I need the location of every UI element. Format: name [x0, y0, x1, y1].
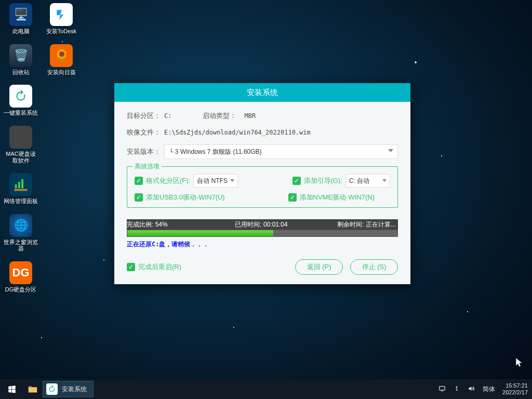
select-value: └ 3 Windows 7 旗舰版 (11.60GB) — [169, 148, 262, 156]
icon-label: DG硬盘分区 — [5, 286, 37, 293]
windows-icon — [7, 384, 17, 394]
clock-time: 15:57:21 — [502, 382, 528, 389]
desktop-icon-todesk[interactable]: 安装ToDesk — [44, 3, 79, 35]
sunflower-icon: 🌻 — [50, 44, 73, 67]
advanced-options-fieldset: 高级选项 ✓ 格式化分区(F): 自动 NTFS ✓ 添加引导(G): C: 自… — [127, 166, 398, 208]
target-partition-value: C: — [164, 112, 171, 119]
usb3-label: 添加USB3.0驱动-WIN7(U) — [146, 193, 225, 202]
stop-button[interactable]: 停止 (S) — [350, 259, 398, 275]
nvme-label: 添加NVME驱动-WIN7(N) — [300, 193, 375, 202]
icon-label: 此电脑 — [12, 28, 30, 35]
image-file-label: 映像文件： — [127, 128, 164, 137]
desktop-icons: 🖥️ 此电脑 安装ToDesk 🗑️ 回收站 🌻 安装向日葵 一键重装系统 MA… — [3, 3, 79, 302]
boot-add-select[interactable]: C: 自动 — [345, 174, 390, 188]
install-version-select[interactable]: └ 3 Windows 7 旗舰版 (11.60GB) — [164, 144, 398, 159]
icon-label: MAC硬盘读取软件 — [3, 151, 38, 164]
window-title[interactable]: 安装系统 — [114, 83, 410, 102]
desktop-icon-browser[interactable]: 🌐 世界之窗浏览器 — [3, 214, 38, 252]
format-label: 格式化分区(F): — [146, 176, 190, 185]
icon-label: 安装ToDesk — [46, 28, 77, 35]
system-tray: 简体 15:57:21 2022/2/17 — [438, 382, 532, 395]
boot-type-value: MBR — [244, 112, 256, 119]
progress-metrics: 完成比例: 54% 已用时间: 00:01:04 剩余时间: 正在计算... — [127, 219, 398, 230]
trash-icon: 🗑️ — [9, 44, 32, 67]
reinstall-icon — [9, 85, 32, 108]
reinstall-icon — [46, 383, 58, 395]
progress-bar — [127, 230, 398, 237]
desktop-icon-diskgenius[interactable]: DG DG硬盘分区 — [3, 261, 38, 293]
installer-window: 安装系统 目标分区： C: 启动类型： MBR 映像文件： E:\SdsZjds… — [114, 83, 410, 284]
taskbar-app-title: 安装系统 — [62, 385, 87, 394]
diskgenius-icon: DG — [9, 261, 32, 284]
cursor-icon — [515, 357, 524, 369]
back-button[interactable]: 返回 (P) — [295, 259, 343, 275]
boot-checkbox[interactable]: ✓ — [292, 177, 301, 185]
svg-rect-2 — [21, 179, 23, 189]
icon-label: 一键重装系统 — [4, 110, 38, 116]
taskbar-explorer[interactable] — [24, 379, 42, 399]
svg-rect-4 — [440, 386, 445, 390]
svg-rect-0 — [15, 184, 17, 189]
network-panel-icon — [9, 173, 32, 196]
chevron-down-icon — [382, 179, 387, 182]
svg-rect-1 — [18, 182, 20, 189]
volume-icon[interactable] — [467, 385, 475, 394]
svg-rect-3 — [15, 189, 28, 191]
taskbar: 安装系统 简体 15:57:21 2022/2/17 — [0, 379, 532, 399]
reboot-label: 完成后重启(R) — [138, 262, 181, 272]
todesk-icon — [50, 3, 73, 26]
chevron-down-icon — [388, 149, 393, 152]
advanced-legend: 高级选项 — [132, 162, 162, 171]
usb3-checkbox[interactable]: ✓ — [135, 193, 143, 202]
taskbar-app-installer[interactable]: 安装系统 — [43, 381, 94, 397]
install-version-label: 安装版本： — [127, 147, 164, 156]
target-partition-label: 目标分区： — [127, 111, 164, 121]
ime-indicator[interactable]: 简体 — [483, 385, 495, 394]
boot-type-label: 启动类型： — [203, 111, 244, 121]
svg-rect-5 — [441, 391, 443, 391]
chevron-down-icon — [230, 179, 234, 182]
start-button[interactable] — [0, 379, 24, 399]
remaining-time-text: 剩余时间: 正在计算... — [306, 220, 398, 229]
desktop-icon-sunflower[interactable]: 🌻 安装向日葵 — [44, 44, 79, 76]
desktop-icon-net-panel[interactable]: 网络管理面板 — [3, 173, 38, 205]
desktop-icon-mac-disk[interactable]: MAC硬盘读取软件 — [3, 126, 38, 164]
usb-icon[interactable] — [454, 384, 460, 394]
format-checkbox[interactable]: ✓ — [135, 177, 143, 185]
monitor-icon: 🖥️ — [9, 3, 32, 26]
desktop-icon-recycle-bin[interactable]: 🗑️ 回收站 — [3, 44, 38, 76]
globe-icon: 🌐 — [9, 214, 32, 237]
elapsed-time-text: 已用时间: 00:01:04 — [217, 220, 307, 229]
folder-icon — [27, 383, 38, 395]
icon-label: 回收站 — [12, 69, 30, 76]
boot-add-label: 添加引导(G): — [304, 176, 342, 185]
clock[interactable]: 15:57:21 2022/2/17 — [502, 382, 528, 395]
desktop-icon-this-pc[interactable]: 🖥️ 此电脑 — [3, 3, 38, 35]
progress-percent-text: 完成比例: 54% — [127, 220, 217, 229]
icon-label: 世界之窗浏览器 — [3, 239, 38, 252]
nvme-checkbox[interactable]: ✓ — [288, 193, 297, 202]
desktop-icon-reinstall[interactable]: 一键重装系统 — [3, 85, 38, 116]
image-file-value: E:\SdsZjds/download/win764_20220110.wim — [164, 129, 311, 136]
apple-icon — [9, 126, 32, 149]
status-text: 正在还原C:盘，请稍候．．． — [127, 240, 398, 249]
icon-label: 安装向日葵 — [47, 69, 76, 76]
icon-label: 网络管理面板 — [4, 198, 38, 205]
network-icon[interactable] — [438, 385, 446, 394]
format-select[interactable]: 自动 NTFS — [193, 174, 238, 188]
progress-bar-fill — [127, 230, 273, 236]
clock-date: 2022/2/17 — [502, 389, 528, 396]
reboot-checkbox[interactable]: ✓ — [127, 263, 135, 271]
